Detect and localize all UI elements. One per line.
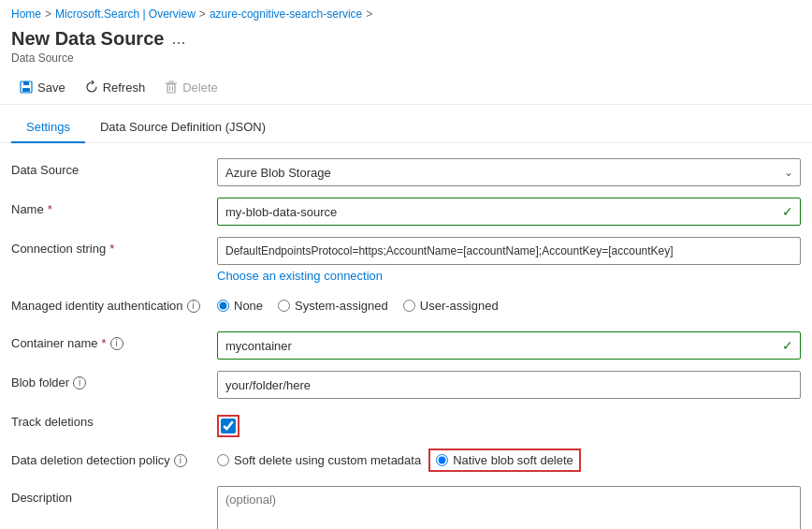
radio-native-soft-delete[interactable]: Native blob soft delete [428,448,581,472]
track-deletions-checkbox[interactable] [221,419,236,433]
radio-soft-delete-label: Soft delete using custom metadata [234,453,421,467]
radio-soft-delete-input[interactable] [217,454,229,466]
more-options-icon[interactable]: ... [171,29,185,49]
connection-required-indicator: * [109,242,114,256]
managed-identity-radio-group: None System-assigned User-assigned [217,294,801,313]
delete-icon [164,80,179,95]
container-name-input[interactable] [217,331,801,360]
container-info-icon[interactable]: i [110,337,123,350]
radio-soft-delete[interactable]: Soft delete using custom metadata [217,453,421,467]
save-icon [19,80,34,95]
connection-string-row: Connection string * Choose an existing c… [11,237,801,283]
breadcrumb-home[interactable]: Home [11,7,41,21]
radio-user-assigned[interactable]: User-assigned [403,299,499,313]
connection-string-field: Choose an existing connection [217,237,801,283]
radio-user-assigned-input[interactable] [403,300,415,312]
datasource-select[interactable]: Azure Blob Storage [217,158,801,186]
blob-folder-input[interactable] [217,371,801,399]
tab-json[interactable]: Data Source Definition (JSON) [85,112,281,143]
container-name-row: Container name * i ✓ [11,331,801,360]
description-field [217,486,801,529]
svg-rect-1 [23,81,29,85]
svg-rect-2 [22,88,30,92]
radio-none[interactable]: None [217,299,263,313]
refresh-icon [84,80,99,95]
container-name-label: Container name * i [11,331,217,350]
page-subtitle: Data Source [0,51,812,70]
track-deletions-field [217,410,801,437]
datasource-field: Azure Blob Storage ⌄ [217,158,801,186]
deletion-policy-field: Soft delete using custom metadata Native… [217,448,801,472]
breadcrumb-service[interactable]: azure-cognitive-search-service [210,7,362,21]
deletion-policy-info-icon[interactable]: i [174,454,187,467]
radio-system-assigned-label: System-assigned [295,299,388,313]
description-row: Description [11,486,801,529]
blob-folder-field [217,371,801,399]
radio-none-input[interactable] [217,300,229,312]
datasource-label: Data Source [11,158,217,177]
container-required-indicator: * [102,336,107,350]
breadcrumb: Home > Microsoft.Search | Overview > azu… [0,0,812,24]
deletion-policy-label: Data deletion detection policy i [11,448,217,467]
description-textarea[interactable] [217,486,801,529]
tabs: Settings Data Source Definition (JSON) [0,112,812,143]
blob-folder-row: Blob folder i [11,371,801,399]
save-label: Save [37,81,65,95]
save-button[interactable]: Save [11,76,73,98]
valid-check-icon: ✓ [782,204,793,219]
radio-user-assigned-label: User-assigned [420,299,499,313]
blob-folder-info-icon[interactable]: i [73,376,86,389]
svg-rect-3 [167,84,175,93]
name-input[interactable] [217,198,801,226]
toolbar: Save Refresh Delete [0,70,812,105]
datasource-row: Data Source Azure Blob Storage ⌄ [11,158,801,186]
name-field: ✓ [217,198,801,226]
choose-connection-link[interactable]: Choose an existing connection [217,269,801,283]
radio-native-soft-delete-label: Native blob soft delete [453,453,573,467]
name-row: Name * ✓ [11,198,801,226]
track-deletions-checkbox-highlight [217,415,239,437]
radio-system-assigned-input[interactable] [278,300,290,312]
name-label: Name * [11,198,217,216]
connection-string-input[interactable] [217,237,801,265]
radio-native-soft-delete-input[interactable] [436,454,448,466]
deletion-policy-row: Data deletion detection policy i Soft de… [11,448,801,475]
track-deletions-label: Track deletions [11,410,217,429]
managed-identity-info-icon[interactable]: i [187,300,200,313]
page-title: New Data Source [11,28,164,50]
breadcrumb-search[interactable]: Microsoft.Search | Overview [55,7,196,21]
page-header: New Data Source ... [0,24,812,51]
deletion-policy-radio-group: Soft delete using custom metadata Native… [217,448,801,472]
name-required-indicator: * [48,202,52,216]
managed-identity-label: Managed identity authentication i [11,294,217,313]
track-deletions-row: Track deletions [11,410,801,437]
delete-button[interactable]: Delete [156,76,225,98]
tab-settings[interactable]: Settings [11,112,85,143]
connection-string-label: Connection string * [11,237,217,256]
refresh-button[interactable]: Refresh [77,76,153,98]
form-container: Data Source Azure Blob Storage ⌄ Name * … [0,143,812,529]
container-valid-check-icon: ✓ [782,338,793,353]
blob-folder-label: Blob folder i [11,371,217,389]
managed-identity-row: Managed identity authentication i None S… [11,294,801,320]
description-label: Description [11,486,217,505]
radio-system-assigned[interactable]: System-assigned [278,299,388,313]
container-name-field: ✓ [217,331,801,360]
refresh-label: Refresh [103,81,146,95]
radio-none-label: None [234,299,263,313]
delete-label: Delete [182,81,218,95]
managed-identity-field: None System-assigned User-assigned [217,294,801,313]
